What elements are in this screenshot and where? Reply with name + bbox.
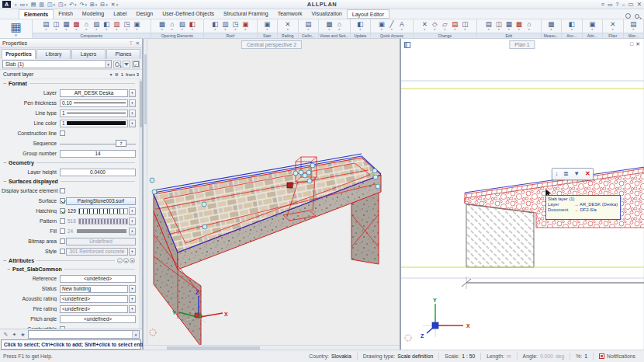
ribbon-tool-icon[interactable]: ▩▾ [324, 21, 334, 31]
ribbon-tool-icon[interactable]: ▩▾ [546, 21, 556, 31]
layer-height-input[interactable]: 0.0400 [60, 169, 136, 176]
close-panel-icon[interactable]: ✕ [136, 40, 140, 47]
ribbon-tool-icon[interactable]: ▤▾ [484, 21, 493, 31]
insert-point-icon[interactable]: ↓ [555, 171, 558, 177]
chevron-down-icon[interactable]: ▾ [110, 71, 113, 77]
ribbon-tool-icon[interactable]: ▤▾ [628, 21, 638, 31]
ribbon-tool-icon[interactable]: ⌂▾ [168, 21, 177, 31]
ribbon-tool-icon[interactable]: ◳▾ [122, 21, 131, 31]
ribbon-tool-icon[interactable]: ▤▾ [450, 21, 459, 31]
apply-properties-icon[interactable]: ✦ [11, 332, 18, 338]
view-origin-icon[interactable] [405, 335, 411, 341]
ribbon-tool-icon[interactable]: ▣▾ [587, 21, 597, 31]
tab-layers[interactable]: Layers [71, 49, 106, 59]
chevron-down-icon[interactable]: ▾ [129, 89, 136, 97]
section-format[interactable]: −Format [0, 79, 138, 88]
ribbon-tool-icon[interactable]: ▤▾ [41, 21, 50, 31]
display-surface-checkbox[interactable] [60, 188, 65, 193]
logo-dropdown-icon[interactable]: ▾ [12, 1, 19, 9]
new-document-icon[interactable]: ▭▾ [19, 1, 29, 9]
ribbon-tool-icon[interactable]: ◧▾ [102, 21, 111, 31]
notifications-button[interactable]: Notifications [593, 353, 641, 360]
fill-checkbox[interactable] [60, 228, 65, 234]
panel-scrollbar[interactable] [139, 79, 142, 329]
plan-drawing[interactable]: Y X Z [401, 39, 644, 348]
favorites-combobox[interactable]: ▾ [28, 330, 140, 339]
chevron-down-icon[interactable]: ▾ [129, 305, 136, 313]
views-icon[interactable]: ◳▾ [57, 1, 68, 9]
expand-all-button[interactable]: + [123, 258, 129, 263]
combustible-checkbox[interactable] [60, 326, 65, 329]
chevron-down-icon[interactable]: ▾ [129, 228, 136, 235]
tab-properties[interactable]: Properties [2, 49, 36, 59]
section-geometry[interactable]: −Geometry [0, 158, 138, 167]
ribbon-tool-icon[interactable]: A▾ [397, 21, 407, 31]
selection-handle[interactable] [150, 178, 154, 183]
slab-3d-view[interactable]: Z X Y [144, 39, 400, 345]
viewport-plan[interactable]: Plan 1 □ ✕ [400, 39, 643, 350]
chevron-down-icon[interactable]: ▾ [129, 248, 136, 256]
selection-handle[interactable] [152, 190, 157, 194]
chevron-down-icon[interactable]: ▾ [129, 295, 136, 303]
chevron-down-icon[interactable]: ▾ [105, 61, 111, 68]
allplan-logo[interactable]: A [2, 1, 11, 8]
elements-main-tool[interactable]: ▦ ▾ [0, 19, 33, 38]
pitch-angle-input[interactable]: <undefined> [60, 315, 136, 323]
construction-line-checkbox[interactable] [60, 131, 65, 136]
tab-elements[interactable]: Elements [19, 9, 54, 19]
ribbon-tool-icon[interactable]: ◳▾ [230, 21, 240, 31]
ribbon-tool-icon[interactable]: ▣▾ [377, 21, 386, 31]
chevron-down-icon[interactable]: ▾ [129, 120, 136, 127]
pattern-checkbox[interactable] [60, 218, 65, 224]
ribbon-tool-icon[interactable]: ▩▾ [514, 21, 524, 31]
ribbon-tool-icon[interactable]: ◫▾ [51, 21, 61, 31]
pin-icon[interactable]: ⊤ [129, 40, 133, 47]
ribbon-tool-icon[interactable]: ▤▾ [303, 21, 313, 31]
group-number-input[interactable]: 14 [60, 150, 136, 158]
chevron-down-icon[interactable]: ▾ [129, 99, 136, 107]
tab-user-defined-objects[interactable]: User-Defined Objects [158, 9, 219, 19]
copy-icon[interactable]: ⊞▾ [88, 1, 99, 9]
tab-structural-framing[interactable]: Structural Framing [219, 9, 273, 19]
pen-thickness-value[interactable]: 0.10 [60, 99, 128, 107]
search-icon[interactable] [635, 14, 639, 19]
section-pset-slabcommon[interactable]: −Pset_SlabCommon [0, 265, 138, 273]
edit-selection-button[interactable]: ✓ [132, 61, 140, 68]
close-button[interactable]: ✕ [637, 1, 642, 8]
reference-input[interactable]: <undefined> [60, 275, 136, 283]
delete-icon[interactable]: ✕▾ [109, 1, 119, 9]
layer-value[interactable]: AR_DESK Deska [60, 89, 128, 97]
ribbon-tool-icon[interactable]: ◧▾ [188, 21, 197, 31]
tab-design[interactable]: Design [131, 9, 158, 19]
paste-icon[interactable]: ⊟▾ [99, 1, 109, 9]
zoom-to-selection-button[interactable] [113, 61, 121, 68]
collapse-all-button[interactable]: − [117, 258, 123, 263]
selection-handle[interactable] [203, 225, 207, 229]
ribbon-tool-icon[interactable]: ⌂▾ [81, 21, 91, 31]
chevron-down-icon[interactable]: ▾ [132, 331, 139, 338]
favorites-icon[interactable]: ★ [19, 332, 26, 338]
gear-icon[interactable] [625, 13, 631, 19]
status-dropdown[interactable]: New building [60, 285, 128, 293]
ribbon-tool-icon[interactable]: ✕▾ [283, 21, 293, 31]
bitmap-area-button[interactable]: Undefined [66, 238, 136, 245]
properties-scroll-area[interactable]: −Format Layer AR_DESK Deska▾ Pen thickne… [0, 79, 142, 329]
hierarchy-icon[interactable]: ≣ [563, 171, 569, 177]
section-attributes[interactable]: −Attributes − + = [0, 256, 138, 265]
ribbon-tool-icon[interactable]: ▣▾ [262, 21, 272, 31]
filter-button[interactable] [123, 61, 130, 68]
abutment-wall-section[interactable] [466, 204, 534, 267]
ribbon-tool-icon[interactable]: ▩▾ [71, 21, 81, 31]
bitmap-area-checkbox[interactable] [60, 238, 65, 244]
connect-menu-icon[interactable]: ≡ [601, 2, 604, 7]
ribbon-tool-icon[interactable]: ◧▾ [567, 21, 576, 31]
selection-handle[interactable] [306, 170, 311, 175]
selection-handle[interactable] [376, 184, 380, 189]
cancel-icon[interactable]: ✕ [585, 171, 590, 177]
pier-right[interactable] [351, 191, 379, 264]
style-checkbox[interactable] [60, 249, 65, 254]
ribbon-tool-icon[interactable]: ▥▾ [220, 21, 230, 31]
layer-nav-icon[interactable]: ≣ [115, 71, 119, 77]
ribbon-tool-icon[interactable]: ◧▾ [210, 21, 220, 31]
ribbon-tool-icon[interactable]: ◫▾ [460, 21, 469, 31]
